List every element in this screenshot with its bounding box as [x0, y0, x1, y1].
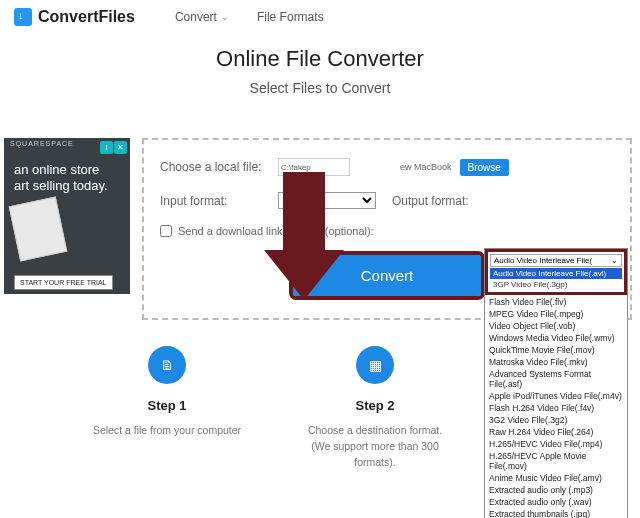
- output-format-dropdown[interactable]: Audio Video Interleave File(⌄ Audio Vide…: [484, 248, 628, 518]
- step-1-title: Step 1: [92, 398, 242, 413]
- ad-image: [9, 197, 68, 262]
- dropdown-option[interactable]: Flash Video File(.flv): [485, 296, 627, 308]
- dropdown-option[interactable]: 3G2 Video File(.3g2): [485, 414, 627, 426]
- logo-icon: [14, 8, 32, 26]
- brand-text: ConvertFiles: [38, 8, 135, 26]
- local-file-label: Choose a local file:: [160, 160, 270, 174]
- dropdown-option[interactable]: QuickTime Movie File(.mov): [485, 344, 627, 356]
- step-2-desc: Choose a destination format. (We support…: [300, 423, 450, 470]
- ad-cta-button[interactable]: START YOUR FREE TRIAL: [14, 275, 113, 290]
- dropdown-option[interactable]: Windows Media Video File(.wmv): [485, 332, 627, 344]
- email-link-checkbox[interactable]: [160, 225, 172, 237]
- dropdown-option[interactable]: Matroska Video File(.mkv): [485, 356, 627, 368]
- nav-file-formats[interactable]: File Formats: [257, 10, 324, 24]
- dropdown-option[interactable]: Extracted audio only (.wav): [485, 496, 627, 508]
- input-format-label: Input format:: [160, 194, 270, 208]
- ad-info-icon[interactable]: i: [100, 141, 113, 154]
- ad-headline: an online storeart selling today.: [14, 162, 120, 193]
- grid-icon: ▦: [356, 346, 394, 384]
- chevron-down-icon: ⌄: [221, 12, 229, 22]
- ad-close-icon[interactable]: ✕: [114, 141, 127, 154]
- dropdown-option[interactable]: Video Object File(.vob): [485, 320, 627, 332]
- dropdown-option[interactable]: MPEG Video File(.mpeg): [485, 308, 627, 320]
- page-title: Online File Converter: [0, 46, 640, 72]
- input-format-select[interactable]: [278, 192, 376, 209]
- sidebar-ad[interactable]: SQUARESPACE i✕ an online storeart sellin…: [4, 138, 130, 294]
- dropdown-option[interactable]: Raw H.264 Video File(.264): [485, 426, 627, 438]
- email-link-label: Send a download link to my e (optional):: [178, 225, 374, 237]
- dropdown-option[interactable]: Extracted audio only (.mp3): [485, 484, 627, 496]
- dropdown-option[interactable]: Apple iPod/iTunes Video File(.m4v): [485, 390, 627, 402]
- file-path-input[interactable]: [278, 158, 350, 176]
- convert-button[interactable]: Convert: [293, 255, 482, 296]
- dropdown-option[interactable]: Anime Music Video File(.amv): [485, 472, 627, 484]
- dropdown-option[interactable]: Flash H.264 Video File(.f4v): [485, 402, 627, 414]
- dropdown-option[interactable]: 3GP Video File(.3gp): [490, 279, 622, 290]
- dropdown-option[interactable]: H.265/HEVC Video File(.mp4): [485, 438, 627, 450]
- dropdown-option[interactable]: H.265/HEVC Apple Movie File(.mov): [485, 450, 627, 472]
- page-subtitle: Select Files to Convert: [0, 80, 640, 96]
- step-2: ▦ Step 2 Choose a destination format. (W…: [300, 346, 450, 470]
- nav-convert[interactable]: Convert ⌄: [175, 10, 229, 24]
- dropdown-option[interactable]: Advanced Systems Format File(.asf): [485, 368, 627, 390]
- file-suffix: ew MacBook: [400, 162, 452, 172]
- dropdown-option-highlighted[interactable]: Audio Video Interleave File(.avi): [490, 268, 622, 279]
- ad-brand: SQUARESPACE: [10, 140, 74, 147]
- chevron-down-icon: ⌄: [611, 256, 618, 265]
- dropdown-selected[interactable]: Audio Video Interleave File(⌄: [490, 254, 622, 267]
- step-1-desc: Select a file from your computer: [92, 423, 242, 439]
- step-2-title: Step 2: [300, 398, 450, 413]
- brand-logo[interactable]: ConvertFiles: [14, 8, 135, 26]
- dropdown-option[interactable]: Extracted thumbnails (.jpg): [485, 508, 627, 518]
- step-1: 🗎 Step 1 Select a file from your compute…: [92, 346, 242, 470]
- file-icon: 🗎: [148, 346, 186, 384]
- output-format-label: Output format:: [392, 194, 469, 208]
- browse-button[interactable]: Browse: [460, 159, 509, 176]
